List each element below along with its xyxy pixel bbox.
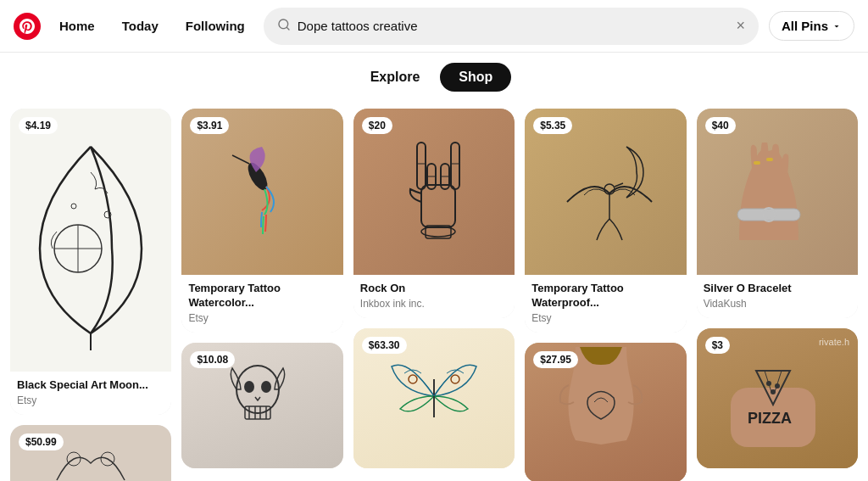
pin-card-butterfly[interactable]: $63.30	[353, 328, 515, 468]
svg-rect-35	[754, 161, 760, 165]
pin-card-back-model[interactable]: $27.95	[525, 343, 686, 481]
subnav: Explore Shop	[0, 53, 868, 102]
pin-card-bracelet[interactable]: $40 Silver O Bracelet VidaKush	[697, 109, 858, 318]
clear-search-button[interactable]: ×	[736, 17, 745, 35]
masonry-col-3: $5.35 Temporary Tattoo Waterproof... Ets…	[525, 109, 686, 481]
svg-point-3	[71, 204, 76, 209]
pin-source-rockon: Inkbox ink inc.	[360, 298, 508, 310]
all-pins-label: All Pins	[782, 19, 828, 33]
pin-source-bracelet: VidaKush	[704, 298, 851, 310]
masonry-grid: $4.19 Black Special Art Moon... Etsy $50…	[10, 109, 858, 481]
pin-title-hummingbird: Temporary Tattoo Watercolor...	[188, 282, 336, 310]
pin-card-hummingbird[interactable]: $3.91 Temporary Tattoo Watercolor... Ets…	[181, 109, 342, 333]
chevron-down-icon	[832, 21, 842, 31]
svg-text:PIZZA: PIZZA	[748, 410, 792, 427]
pin-price-floral: $50.99	[19, 433, 64, 450]
masonry-col-0: $4.19 Black Special Art Moon... Etsy $50…	[10, 109, 171, 481]
pin-source-hummingbird: Etsy	[188, 312, 336, 324]
nav-home[interactable]: Home	[51, 12, 103, 40]
svg-point-34	[765, 211, 772, 218]
pin-price-bird-tattoo: $5.35	[533, 117, 572, 134]
pin-title-rockon: Rock On	[360, 282, 508, 296]
search-input[interactable]	[298, 19, 730, 33]
svg-rect-19	[417, 143, 426, 189]
pin-info-bracelet: Silver O Bracelet VidaKush	[697, 275, 858, 318]
shop-button[interactable]: Shop	[440, 63, 511, 92]
pin-grid-container: $4.19 Black Special Art Moon... Etsy $50…	[0, 102, 868, 481]
pin-card-moon-art[interactable]: $4.19 Black Special Art Moon... Etsy	[10, 109, 171, 415]
pin-info-rockon: Rock On Inkbox ink inc.	[353, 275, 515, 318]
svg-point-28	[409, 375, 417, 383]
svg-point-29	[451, 375, 459, 383]
pin-price-moon-art: $4.19	[19, 117, 58, 134]
pinterest-logo[interactable]	[14, 13, 41, 40]
pin-card-bottom-floral[interactable]: $50.99	[10, 425, 171, 481]
pin-price-rockon: $20	[362, 117, 392, 134]
pin-price-bracelet: $40	[705, 117, 736, 134]
pin-source-bird-tattoo: Etsy	[531, 312, 679, 324]
pin-card-rockon[interactable]: $20 Rock On Inkbox ink inc.	[353, 109, 515, 318]
svg-point-11	[261, 381, 271, 393]
pin-title-bracelet: Silver O Bracelet	[704, 282, 851, 296]
nav-following[interactable]: Following	[177, 12, 253, 40]
svg-line-7	[232, 155, 249, 164]
all-pins-button[interactable]: All Pins	[769, 11, 854, 41]
nav-today[interactable]: Today	[114, 12, 167, 40]
pin-title-moon-art: Black Special Art Moon...	[17, 378, 164, 393]
explore-button[interactable]: Explore	[357, 63, 434, 92]
pin-card-pizza[interactable]: PIZZA rivate.h $3	[697, 328, 858, 468]
svg-rect-36	[766, 158, 773, 161]
pin-info-bird-tattoo: Temporary Tattoo Waterproof... Etsy	[525, 275, 686, 333]
svg-rect-16	[421, 185, 455, 227]
pin-info-hummingbird: Temporary Tattoo Watercolor... Etsy	[181, 275, 342, 333]
header: Home Today Following × All Pins	[0, 0, 868, 53]
masonry-col-2: $20 Rock On Inkbox ink inc.	[353, 109, 515, 481]
pin-title-bird-tattoo: Temporary Tattoo Waterproof...	[531, 282, 679, 310]
search-bar: ×	[264, 8, 759, 45]
svg-point-10	[244, 381, 254, 393]
pin-info-moon-art: Black Special Art Moon... Etsy	[10, 372, 171, 415]
search-icon	[277, 18, 291, 35]
masonry-col-4: $40 Silver O Bracelet VidaKush	[697, 109, 858, 481]
svg-rect-20	[451, 143, 459, 189]
pin-card-bird-tattoo[interactable]: $5.35 Temporary Tattoo Waterproof... Ets…	[525, 109, 686, 333]
pin-card-skull[interactable]: $27.95 $10.08	[181, 343, 342, 468]
pin-source-moon-art: Etsy	[17, 394, 164, 406]
masonry-col-1: $3.91 Temporary Tattoo Watercolor... Ets…	[181, 109, 342, 481]
pin-price-hummingbird: $3.91	[190, 117, 229, 134]
